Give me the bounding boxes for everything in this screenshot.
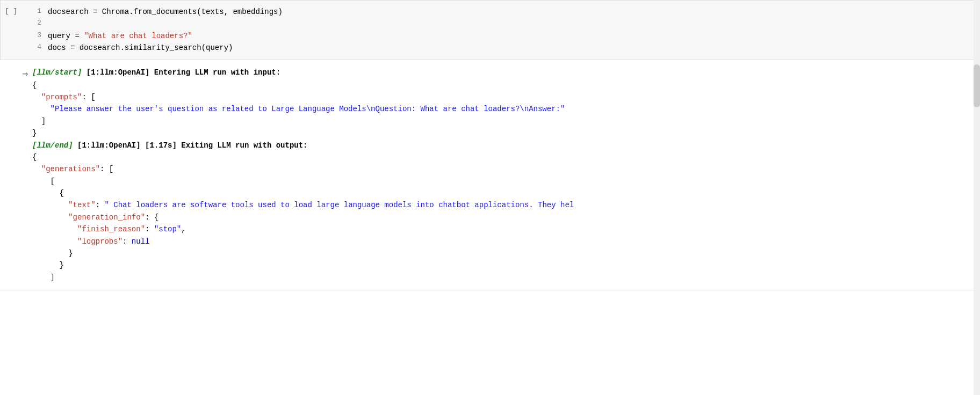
gen-info-close-row: } bbox=[0, 247, 980, 259]
line-content-3: query = "What are chat loaders?" bbox=[48, 30, 979, 42]
llm-start-brace-close: } bbox=[32, 127, 980, 139]
generations-key-row: "generations": [ bbox=[0, 163, 980, 175]
line-number-3: 3 bbox=[33, 30, 48, 42]
llm-start-content: [llm/start] [1:llm:OpenAI] Entering LLM … bbox=[32, 67, 980, 78]
gen-info-close-content: } bbox=[32, 247, 980, 259]
obj-open-content: { bbox=[32, 187, 980, 199]
spacer-15 bbox=[0, 259, 32, 260]
gen-info-key-row: "generation_info": { bbox=[0, 211, 980, 223]
llm-start-row: ⇒ [llm/start] [1:llm:OpenAI] Entering LL… bbox=[0, 67, 980, 79]
prompts-value-content: "Please answer the user's question as re… bbox=[32, 103, 980, 115]
line-content-1: docsearch = Chroma.from_documents(texts,… bbox=[48, 6, 979, 18]
prompts-key: "prompts" bbox=[41, 93, 82, 101]
cell-execution-indicator: [ ] bbox=[1, 5, 33, 55]
spacer-2 bbox=[0, 91, 32, 92]
line-number-2: 2 bbox=[33, 18, 48, 30]
code-line-1: 1 docsearch = Chroma.from_documents(text… bbox=[33, 6, 979, 18]
code-line-2: 2 bbox=[33, 18, 979, 30]
spacer-4 bbox=[0, 115, 32, 116]
array-close-row: ] bbox=[0, 272, 980, 283]
logprobs-row: "logprobs": null bbox=[0, 236, 980, 247]
code-cell[interactable]: [ ] 1 docsearch = Chroma.from_documents(… bbox=[0, 0, 980, 60]
llm-end-content: [llm/end] [1:llm:OpenAI] [1.17s] Exiting… bbox=[32, 140, 980, 151]
logprobs-value: null bbox=[132, 237, 150, 246]
line-number-4: 4 bbox=[33, 42, 48, 54]
arrow-icon: ⇒ bbox=[22, 68, 28, 79]
notebook-container: [ ] 1 docsearch = Chroma.from_documents(… bbox=[0, 0, 980, 395]
spacer-6 bbox=[0, 151, 32, 152]
array-open-row: [ bbox=[0, 175, 980, 187]
obj-close-content: } bbox=[32, 259, 980, 271]
llm-start-brace-close-row: } bbox=[0, 127, 980, 139]
llm-start-brace-open: { bbox=[32, 79, 980, 91]
llm-end-detail: [1:llm:OpenAI] [1.17s] Exiting LLM run w… bbox=[73, 141, 308, 150]
prompts-close-row: ] bbox=[0, 115, 980, 127]
spacer-5 bbox=[0, 127, 32, 128]
obj-close-row: } bbox=[0, 259, 980, 271]
gen-info-key: "generation_info" bbox=[68, 213, 145, 222]
llm-end-label: [llm/end] bbox=[32, 141, 73, 150]
text-key: "text" bbox=[68, 201, 95, 209]
finish-reason-row: "finish_reason": "stop", bbox=[0, 223, 980, 235]
prompts-value: "Please answer the user's question as re… bbox=[51, 105, 565, 113]
spacer-8 bbox=[0, 175, 32, 177]
prompts-key-row: "prompts": [ bbox=[0, 91, 980, 103]
scrollbar-thumb[interactable] bbox=[974, 64, 980, 107]
code-lines: 1 docsearch = Chroma.from_documents(text… bbox=[33, 5, 979, 55]
code-line-4: 4 docs = docsearch.similarity_search(que… bbox=[33, 42, 979, 54]
llm-start-label: [llm/start] bbox=[32, 68, 82, 77]
logprobs-content: "logprobs": null bbox=[32, 236, 980, 247]
text-value: " Chat loaders are software tools used t… bbox=[104, 201, 574, 209]
prompts-close-content: ] bbox=[32, 115, 980, 127]
spacer-16 bbox=[0, 272, 32, 273]
prompts-value-row: "Please answer the user's question as re… bbox=[0, 103, 980, 115]
output-area: ⇒ [llm/start] [1:llm:OpenAI] Entering LL… bbox=[0, 60, 980, 291]
array-close-content: ] bbox=[32, 272, 980, 283]
bracket-open: [ ] bbox=[5, 7, 17, 15]
scrollbar[interactable] bbox=[974, 0, 980, 395]
llm-start-icon: ⇒ bbox=[0, 67, 32, 79]
llm-start-brace-open-row: { bbox=[0, 79, 980, 91]
spacer-7 bbox=[0, 163, 32, 164]
spacer-1 bbox=[0, 79, 32, 81]
text-row: "text": " Chat loaders are software tool… bbox=[0, 199, 980, 211]
llm-end-row: [llm/end] [1:llm:OpenAI] [1.17s] Exiting… bbox=[0, 140, 980, 151]
spacer-11 bbox=[0, 211, 32, 213]
llm-end-brace-open-row: { bbox=[0, 151, 980, 163]
spacer-9 bbox=[0, 187, 32, 188]
spacer-12 bbox=[0, 223, 32, 224]
line-number-1: 1 bbox=[33, 6, 48, 18]
generations-key-content: "generations": [ bbox=[32, 163, 980, 175]
prompts-key-content: "prompts": [ bbox=[32, 91, 980, 103]
text-content: "text": " Chat loaders are software tool… bbox=[32, 199, 980, 211]
generations-key: "generations" bbox=[41, 165, 100, 173]
gen-info-key-content: "generation_info": { bbox=[32, 211, 980, 223]
llm-start-detail: [1:llm:OpenAI] Entering LLM run with inp… bbox=[82, 68, 280, 77]
logprobs-key: "logprobs" bbox=[77, 237, 122, 246]
spacer-13 bbox=[0, 236, 32, 237]
finish-reason-value: "stop" bbox=[154, 225, 181, 233]
line-content-2 bbox=[48, 18, 979, 30]
code-line-3: 3 query = "What are chat loaders?" bbox=[33, 30, 979, 42]
llm-end-brace-open: { bbox=[32, 151, 980, 163]
spacer-10 bbox=[0, 199, 32, 200]
llm-end-icon bbox=[0, 140, 32, 141]
spacer-3 bbox=[0, 103, 32, 104]
finish-reason-content: "finish_reason": "stop", bbox=[32, 223, 980, 235]
line-content-4: docs = docsearch.similarity_search(query… bbox=[48, 42, 979, 54]
finish-reason-key: "finish_reason" bbox=[77, 225, 145, 233]
array-open-content: [ bbox=[32, 175, 980, 187]
obj-open-row: { bbox=[0, 187, 980, 199]
spacer-14 bbox=[0, 247, 32, 248]
